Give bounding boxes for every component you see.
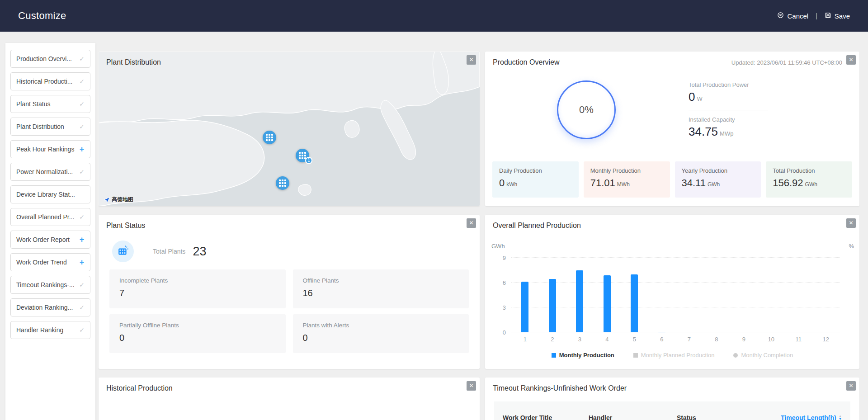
legend-swatch: [633, 353, 638, 358]
check-icon[interactable]: ✓: [78, 123, 85, 130]
plant-status-card: Incomplete Plants7: [109, 269, 286, 308]
plant-cluster-marker[interactable]: [263, 131, 276, 144]
column-header-timeout-length-h[interactable]: Timeout Length(h)▲▼: [781, 414, 850, 420]
updated-timestamp: Updated: 2023/06/01 11:59:46 UTC+08:00: [731, 59, 842, 66]
legend-item[interactable]: Monthly Completion: [733, 352, 793, 359]
check-icon[interactable]: ✓: [78, 304, 85, 311]
card-label: Incomplete Plants: [119, 277, 276, 284]
bar-month-1[interactable]: [521, 282, 528, 332]
card-value: 16: [303, 288, 459, 298]
plant-status-card: Partially Offline Plants0: [109, 314, 286, 353]
sidebar-item-plant-status[interactable]: Plant Status✓: [10, 95, 90, 113]
plus-icon[interactable]: +: [78, 236, 85, 243]
sidebar-item-label: Plant Status: [16, 100, 78, 108]
card-label: Offline Plants: [303, 277, 459, 284]
card-label: Partially Offline Plants: [119, 322, 276, 329]
sidebar-item-timeout-rankings[interactable]: Timeout Rankings-...✓: [10, 276, 90, 294]
plant-status-panel: Plant Status ✕ Total Plants 23 Incomplet…: [99, 215, 480, 369]
cancel-button[interactable]: Cancel: [777, 12, 808, 20]
sidebar-item-peak-hour-rankings[interactable]: Peak Hour Rankings+: [10, 140, 90, 158]
sidebar-item-historical-producti[interactable]: Historical Producti...✓: [10, 72, 90, 90]
check-icon[interactable]: ✓: [78, 213, 85, 221]
y-axis-unit-right: %: [849, 243, 854, 250]
sidebar-item-work-order-report[interactable]: Work Order Report+: [10, 231, 90, 249]
sidebar-item-label: Plant Distribution: [16, 123, 78, 130]
card-value: 7: [119, 288, 276, 298]
bar-month-3[interactable]: [576, 270, 583, 332]
total-plants-value: 23: [193, 245, 206, 259]
plus-icon[interactable]: +: [78, 146, 85, 152]
card-label: Plants with Alerts: [303, 322, 459, 329]
topbar-separator: |: [816, 12, 817, 19]
production-stat-card: Daily Production0kWh: [492, 161, 579, 198]
cancel-circle-x-icon: [777, 12, 784, 20]
total-plants-label: Total Plants: [153, 248, 185, 255]
card-value: 0: [119, 333, 276, 343]
sidebar-item-label: Work Order Trend: [16, 259, 78, 266]
production-overview-panel: Production Overview Updated: 2023/06/01 …: [485, 52, 859, 206]
y-tick-label: 6: [503, 279, 506, 286]
top-bar: Customize Cancel | Save: [0, 0, 868, 32]
check-icon[interactable]: ✓: [78, 78, 85, 85]
bar-month-6[interactable]: [658, 332, 665, 332]
check-icon[interactable]: ✓: [78, 168, 85, 175]
save-button[interactable]: Save: [825, 12, 850, 20]
x-tick-label: 6: [648, 336, 676, 343]
legend-item[interactable]: Monthly Production: [552, 352, 614, 359]
column-header-work-order-title: Work Order Title: [503, 414, 589, 420]
sidebar-item-label: Overall Planned Pr...: [16, 213, 78, 221]
sidebar-item-device-library-stat[interactable]: Device Library Stat...: [10, 185, 90, 203]
check-icon[interactable]: ✓: [78, 281, 85, 288]
panel-title-overall-planned-production: Overall Planned Production: [493, 222, 581, 230]
close-icon[interactable]: ✕: [467, 218, 476, 228]
x-tick-label: 4: [594, 336, 621, 343]
close-icon[interactable]: ✕: [846, 218, 856, 228]
plus-icon[interactable]: +: [78, 259, 85, 265]
divider: [689, 110, 768, 110]
sidebar-item-power-normalizati[interactable]: Power Normalizati...✓: [10, 163, 90, 181]
sidebar-item-plant-distribution[interactable]: Plant Distribution✓: [10, 118, 90, 136]
stat-value: 34.75MWp: [689, 125, 793, 139]
close-icon[interactable]: ✕: [846, 381, 856, 391]
legend-item[interactable]: Monthly Planned Production: [633, 352, 715, 359]
sort-carets-icon[interactable]: ▲▼: [839, 415, 842, 420]
stat-unit: MWp: [720, 130, 733, 137]
plant-cluster-marker[interactable]: [276, 176, 289, 190]
chart-legend: Monthly ProductionMonthly Planned Produc…: [485, 352, 859, 359]
sidebar-item-production-overvi[interactable]: Production Overvi...✓: [10, 50, 90, 68]
close-icon[interactable]: ✕: [467, 381, 476, 391]
bar-month-5[interactable]: [631, 274, 638, 332]
sidebar-item-handler-ranking[interactable]: Handler Ranking✓: [10, 321, 90, 339]
x-tick-label: 3: [566, 336, 594, 343]
overview-cards: Daily Production0kWhMonthly Production71…: [492, 161, 852, 198]
x-tick-label: 8: [703, 336, 731, 343]
sidebar-item-deviation-ranking[interactable]: Deviation Ranking...✓: [10, 298, 90, 316]
check-icon[interactable]: ✓: [78, 100, 85, 108]
overview-stats: Total Production Power0WInstalled Capaci…: [689, 81, 793, 139]
marker-count-badge: 1: [305, 157, 312, 164]
bar-month-2[interactable]: [549, 279, 556, 332]
widget-sidebar: Production Overvi...✓Historical Producti…: [5, 43, 95, 420]
stat-unit: W: [697, 95, 702, 102]
bar-month-4[interactable]: [604, 275, 611, 332]
stat-label: Total Production Power: [689, 81, 793, 88]
panel-title-plant-distribution: Plant Distribution: [106, 58, 161, 66]
sidebar-item-label: Peak Hour Rankings: [16, 146, 78, 153]
column-header-handler: Handler: [589, 414, 677, 420]
plant-cluster-marker[interactable]: 1: [296, 149, 309, 162]
legend-label: Monthly Production: [559, 352, 614, 359]
plant-status-card: Plants with Alerts0: [293, 314, 469, 353]
save-floppy-icon: [825, 12, 831, 20]
check-icon[interactable]: ✓: [78, 326, 85, 334]
cancel-label: Cancel: [787, 12, 808, 20]
close-icon[interactable]: ✕: [467, 55, 476, 65]
sidebar-item-overall-planned-pr[interactable]: Overall Planned Pr...✓: [10, 208, 90, 226]
stat-value: 0W: [689, 90, 793, 104]
topbar-actions: Cancel | Save: [777, 12, 850, 20]
sidebar-item-work-order-trend[interactable]: Work Order Trend+: [10, 253, 90, 271]
card-label: Monthly Production: [590, 167, 663, 174]
check-icon[interactable]: ✓: [78, 55, 85, 62]
close-icon[interactable]: ✕: [846, 55, 856, 65]
solar-panel-icon: [112, 241, 134, 262]
production-stat-card: Total Production156.92GWh: [766, 161, 852, 198]
